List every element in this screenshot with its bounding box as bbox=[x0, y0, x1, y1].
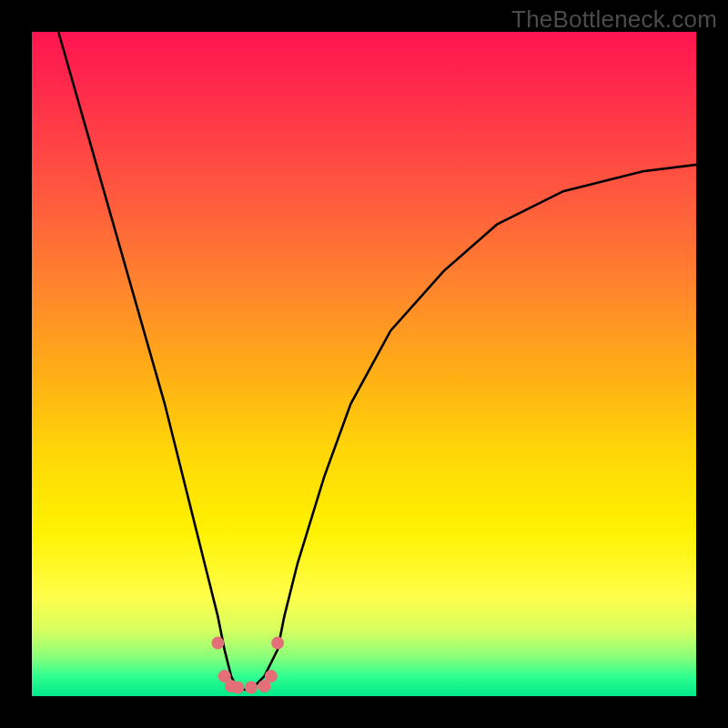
bottleneck-curve bbox=[58, 32, 696, 690]
notch-marker bbox=[265, 670, 278, 682]
chart-frame: TheBottleneck.com bbox=[0, 0, 728, 728]
notch-marker bbox=[271, 637, 284, 650]
notch-markers-group bbox=[211, 637, 284, 694]
curve-svg bbox=[32, 32, 696, 696]
plot-area bbox=[32, 32, 696, 696]
notch-marker bbox=[211, 637, 224, 650]
notch-marker bbox=[231, 682, 244, 694]
watermark-text: TheBottleneck.com bbox=[511, 5, 717, 34]
notch-marker bbox=[245, 682, 258, 694]
